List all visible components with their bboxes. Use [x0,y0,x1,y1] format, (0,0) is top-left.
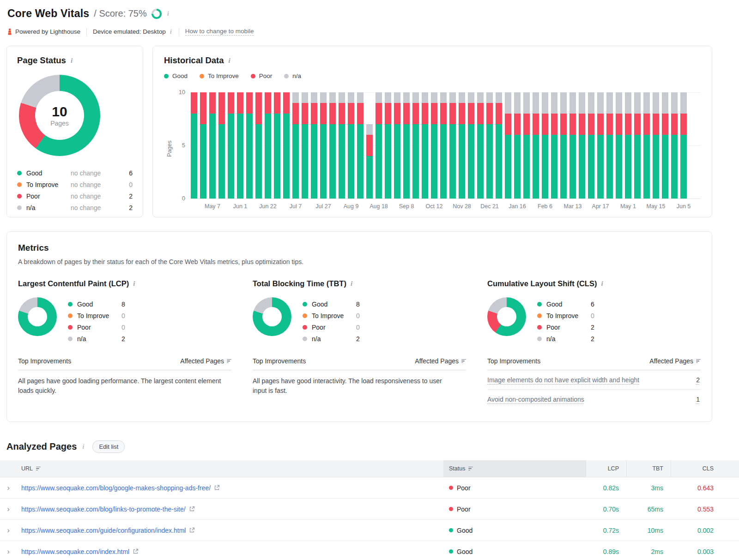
expand-row-chevron-icon[interactable]: › [0,505,17,513]
expand-row-chevron-icon[interactable]: › [0,526,17,534]
history-bar[interactable] [246,92,253,199]
page-url-link[interactable]: https://www.seoquake.com/index.html [21,548,139,555]
expand-row-chevron-icon[interactable]: › [0,548,17,555]
history-bar[interactable] [569,92,576,199]
page-status-donut[interactable]: 10 Pages [19,75,100,156]
chart-legend-item[interactable]: Poor [251,72,273,79]
history-bar[interactable] [671,92,678,199]
history-bar[interactable] [551,92,557,199]
history-bar[interactable] [597,92,604,199]
info-icon[interactable]: i [132,280,136,287]
info-icon[interactable]: i [70,57,73,64]
info-icon[interactable]: i [350,280,353,287]
history-bar[interactable] [496,92,502,199]
history-bar[interactable] [505,92,511,199]
history-bar[interactable] [228,92,234,199]
expand-row-chevron-icon[interactable]: › [0,484,17,492]
affected-pages-header[interactable]: Affected Pages [180,357,231,365]
legend-value: 2 [125,204,133,211]
info-icon[interactable]: i [169,28,173,35]
history-bar[interactable] [283,92,290,199]
history-bar[interactable] [643,92,650,199]
affected-pages-header[interactable]: Affected Pages [649,357,701,365]
history-bar[interactable] [274,92,280,199]
history-bar[interactable] [311,92,317,199]
history-bar[interactable] [468,92,474,199]
history-bar[interactable] [385,92,391,199]
history-bar[interactable] [533,92,539,199]
chart-legend-item[interactable]: To Improve [200,72,239,79]
x-axis-label: Aug 18 [370,203,388,210]
cls-title: Cumulative Layout Shift (CLS) [487,279,597,288]
history-bar[interactable] [514,92,521,199]
legend-label: Good [312,301,356,308]
cls-donut[interactable] [487,297,526,336]
history-bar[interactable] [265,92,271,199]
history-bar[interactable] [237,92,243,199]
page-url-link[interactable]: https://www.seoquake.com/guide/configura… [21,527,195,534]
history-bar[interactable] [348,92,354,199]
info-icon[interactable]: i [228,57,231,64]
history-bar[interactable] [292,92,299,199]
bar-segment-good [348,124,354,199]
page-url-link[interactable]: https://www.seoquake.com/blog/google-mak… [21,484,220,492]
affected-pages-count[interactable]: 2 [696,376,700,384]
tbt-column-header[interactable]: TBT [626,460,671,477]
history-bar[interactable] [579,92,585,199]
history-bar[interactable] [218,92,225,199]
history-bar[interactable] [329,92,336,199]
affected-pages-count[interactable]: 1 [696,396,700,403]
tbt-donut[interactable] [253,297,291,336]
history-bar[interactable] [680,92,687,199]
cls-column-header[interactable]: CLS [671,460,739,477]
history-bar[interactable] [366,92,373,199]
history-bar[interactable] [606,92,613,199]
history-bar[interactable] [459,92,465,199]
history-bar[interactable] [588,92,594,199]
improvement-link[interactable]: Avoid non-composited animations [487,396,584,403]
affected-pages-header[interactable]: Affected Pages [415,357,466,365]
history-bar[interactable] [560,92,567,199]
lcp-column-header[interactable]: LCP [586,460,626,477]
history-bar[interactable] [431,92,437,199]
history-bar[interactable] [412,92,419,199]
history-bar[interactable] [357,92,363,199]
history-bar[interactable] [422,92,428,199]
page-url-link[interactable]: https://www.seoquake.com/blog/links-to-p… [21,506,195,513]
history-bar[interactable] [339,92,345,199]
lcp-donut[interactable] [18,297,57,336]
history-bar[interactable] [302,92,308,199]
history-bar[interactable] [542,92,548,199]
url-column-header[interactable]: URL [17,460,443,477]
history-bar[interactable] [616,92,622,199]
history-bar[interactable] [403,92,410,199]
edit-list-button[interactable]: Edit list [92,440,125,453]
status-column-header[interactable]: Status [443,460,586,477]
history-bar[interactable] [634,92,641,199]
chart-legend-item[interactable]: Good [164,72,188,79]
history-bar[interactable] [662,92,668,199]
history-bar[interactable] [625,92,631,199]
history-bar[interactable] [653,92,659,199]
history-bar[interactable] [200,92,206,199]
history-bar[interactable] [394,92,400,199]
table-row: ›https://www.seoquake.com/index.htmlGood… [0,541,739,560]
history-bar[interactable] [255,92,262,199]
history-bar[interactable] [486,92,493,199]
history-bar[interactable] [320,92,327,199]
history-bar[interactable] [209,92,216,199]
history-bar[interactable] [440,92,447,199]
improvement-link[interactable]: Image elements do not have explicit widt… [487,376,639,384]
info-icon[interactable]: i [600,280,604,287]
history-bar[interactable] [523,92,530,199]
info-icon[interactable]: i [166,10,170,17]
history-bar[interactable] [477,92,484,199]
history-bar[interactable] [191,92,197,199]
bar-segment-na [357,92,363,103]
good-dot [17,171,22,175]
info-icon[interactable]: i [81,443,85,450]
chart-legend-item[interactable]: n/a [284,72,301,79]
change-to-mobile-link[interactable]: How to change to mobile [185,28,254,36]
history-bar[interactable] [376,92,382,199]
history-bar[interactable] [449,92,456,199]
